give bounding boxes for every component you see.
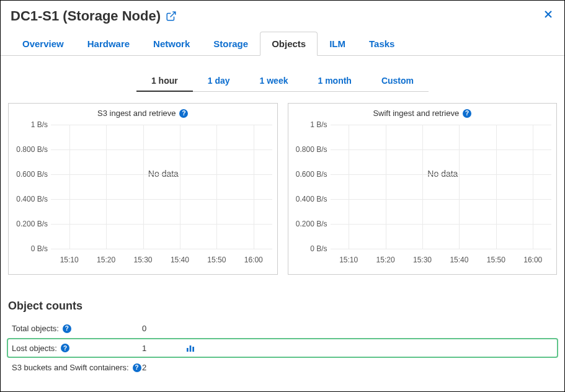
x-tick: 15:20 <box>376 256 395 264</box>
x-tick: 15:40 <box>450 256 468 264</box>
y-tick: 1 B/s <box>293 120 327 129</box>
help-icon[interactable]: ? <box>463 109 471 118</box>
tab-objects[interactable]: Objects <box>260 32 318 56</box>
tab-storage[interactable]: Storage <box>202 32 260 55</box>
main-tabs: OverviewHardwareNetworkStorageObjectsILM… <box>1 32 564 56</box>
count-row: Total objects:?0 <box>8 319 557 338</box>
count-value: 1 <box>142 344 167 353</box>
help-icon[interactable]: ? <box>179 109 188 118</box>
count-value: 0 <box>142 324 167 333</box>
charts-container: S3 ingest and retrieve ? No data 0 B/s0.… <box>1 103 564 275</box>
y-tick: 0.200 B/s <box>293 220 327 228</box>
chart-nodata: No data <box>427 169 458 179</box>
y-tick: 0.800 B/s <box>293 145 327 154</box>
bar-chart-icon[interactable] <box>185 343 195 353</box>
tab-network[interactable]: Network <box>141 32 202 55</box>
y-tick: 0.600 B/s <box>293 170 327 179</box>
x-tick: 15:50 <box>207 256 226 264</box>
count-label: Lost objects:? <box>12 344 142 353</box>
svg-line-0 <box>171 12 176 17</box>
page-title-text: DC1-S1 (Storage Node) <box>11 8 161 24</box>
tab-hardware[interactable]: Hardware <box>76 32 141 55</box>
x-tick: 15:10 <box>339 256 358 264</box>
y-tick: 0.600 B/s <box>14 170 48 179</box>
count-row: Lost objects:?1 <box>7 338 558 358</box>
chart-swift: Swift ingest and retrieve ? No data 0 B/… <box>288 103 558 275</box>
chart-s3: S3 ingest and retrieve ? No data 0 B/s0.… <box>8 103 278 275</box>
time-tab-custom[interactable]: Custom <box>367 71 429 92</box>
x-tick: 16:00 <box>244 256 263 264</box>
object-counts-heading: Object counts <box>1 275 564 319</box>
time-tab-1-week[interactable]: 1 week <box>245 71 303 92</box>
chart-s3-title: S3 ingest and retrieve <box>97 109 176 118</box>
help-icon[interactable]: ? <box>133 363 141 372</box>
tab-ilm[interactable]: ILM <box>318 32 357 55</box>
svg-rect-4 <box>190 345 192 352</box>
time-tab-1-day[interactable]: 1 day <box>193 71 245 92</box>
x-tick: 15:50 <box>487 256 505 264</box>
y-tick: 0.400 B/s <box>293 195 327 203</box>
tab-overview[interactable]: Overview <box>11 32 76 55</box>
x-tick: 16:00 <box>523 256 542 264</box>
external-link-icon[interactable] <box>166 11 177 22</box>
y-tick: 1 B/s <box>14 120 48 129</box>
time-tab-1-month[interactable]: 1 month <box>303 71 366 92</box>
x-tick: 15:10 <box>60 256 79 264</box>
time-range-tabs: 1 hour1 day1 week1 monthCustom <box>1 71 564 92</box>
time-tab-1-hour[interactable]: 1 hour <box>136 71 193 92</box>
y-tick: 0.800 B/s <box>14 145 48 154</box>
x-tick: 15:30 <box>134 256 153 264</box>
count-label: S3 buckets and Swift containers:? <box>12 363 142 372</box>
chart-nodata: No data <box>148 169 179 179</box>
chart-swift-title: Swift ingest and retrieve <box>373 109 459 118</box>
y-tick: 0.200 B/s <box>14 220 48 228</box>
svg-rect-5 <box>192 347 194 352</box>
help-icon[interactable]: ? <box>61 344 69 352</box>
count-value: 2 <box>142 363 167 372</box>
svg-rect-3 <box>187 348 189 352</box>
y-tick: 0 B/s <box>293 244 327 253</box>
count-row: S3 buckets and Swift containers:?2 <box>8 358 557 377</box>
y-tick: 0 B/s <box>14 244 48 253</box>
x-tick: 15:40 <box>171 256 189 264</box>
x-tick: 15:30 <box>413 256 432 264</box>
page-title: DC1-S1 (Storage Node) <box>11 8 177 24</box>
tab-tasks[interactable]: Tasks <box>357 32 406 55</box>
help-icon[interactable]: ? <box>63 324 71 333</box>
x-tick: 15:20 <box>97 256 115 264</box>
y-tick: 0.400 B/s <box>14 195 48 203</box>
count-label: Total objects:? <box>12 324 142 333</box>
close-icon[interactable] <box>542 8 554 24</box>
